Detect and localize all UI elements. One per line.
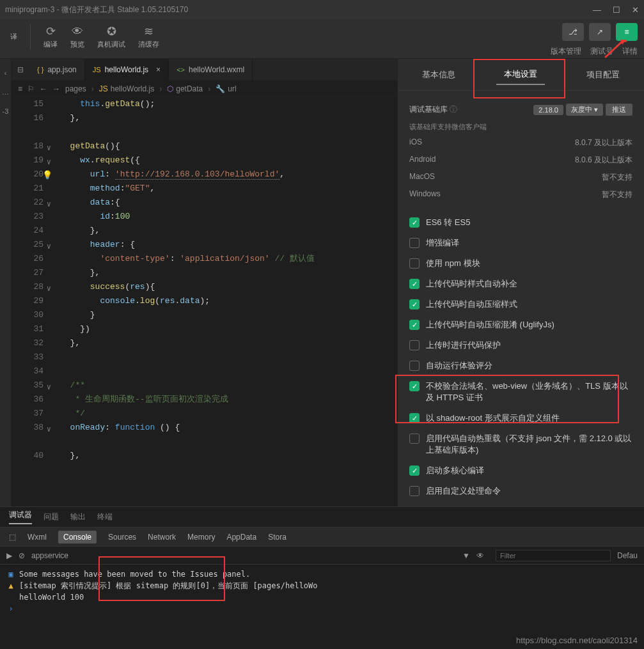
play-icon[interactable]: ▶ xyxy=(6,551,12,560)
debug-lib-version[interactable]: 2.18.0 xyxy=(533,105,563,115)
edit-dropdown[interactable]: 译 xyxy=(6,31,21,43)
debug-lib-gray[interactable]: 灰度中 ▾ xyxy=(566,104,603,116)
setting-checkbox-row[interactable]: 启用代码自动热重载（不支持 json 文件，需 2.12.0 或以上基础库版本) xyxy=(409,428,632,460)
tabs-collapse-icon[interactable]: ⊟ xyxy=(12,65,29,74)
breadcrumb-item[interactable]: JS helloWorld.js xyxy=(99,84,155,93)
storage-tab[interactable]: Stora xyxy=(268,533,287,542)
close-icon[interactable]: ✕ xyxy=(632,5,639,15)
settings-body: 调试基础库 ⓘ 2.18.0 灰度中 ▾ 推送 该基础库支持微信客户端 iOS8… xyxy=(398,91,644,506)
inspect-icon[interactable]: ⬚ xyxy=(9,533,16,542)
remote-debug-button[interactable]: ✪真机调试 xyxy=(93,23,129,51)
console-tab[interactable]: Console xyxy=(58,531,97,543)
clear-icon[interactable]: ⊘ xyxy=(19,551,25,560)
checkbox[interactable] xyxy=(409,320,420,330)
sources-tab[interactable]: Sources xyxy=(108,533,136,542)
context-select[interactable]: appservice xyxy=(31,551,68,560)
terminal-tab[interactable]: 终端 xyxy=(97,512,113,522)
checkbox[interactable] xyxy=(409,434,420,444)
details-label[interactable]: 详情 xyxy=(622,46,638,57)
appdata-tab[interactable]: AppData xyxy=(226,533,256,542)
editor-area: ⊟ { }app.json JShelloWorld.js× <>helloWo… xyxy=(12,59,398,506)
setting-checkbox-row[interactable]: 上传代码时样式自动补全 xyxy=(409,274,632,294)
setting-checkbox-row[interactable]: ES6 转 ES5 xyxy=(409,212,632,233)
checkbox[interactable] xyxy=(409,361,420,371)
setting-checkbox-row[interactable]: 自动运行体验评分 xyxy=(409,356,632,376)
checkbox[interactable] xyxy=(409,413,420,423)
breadcrumb-item[interactable]: pages xyxy=(65,84,86,93)
menu-icon[interactable]: ≡ xyxy=(18,84,22,93)
breadcrumbs: ≡ ⚐ ← → pages› JS helloWorld.js› ⬡ getDa… xyxy=(12,81,397,97)
tab-app-json[interactable]: { }app.json xyxy=(29,59,85,81)
debug-lib-push[interactable]: 推送 xyxy=(606,104,632,116)
prompt-icon: › xyxy=(6,603,15,614)
tab-project-config[interactable]: 项目配置 xyxy=(579,65,627,84)
debugger-tab[interactable]: 调试器 xyxy=(9,510,32,524)
checkbox[interactable] xyxy=(409,340,420,350)
branch-button[interactable]: ⎇ xyxy=(562,23,584,41)
dots-icon[interactable]: … xyxy=(2,88,9,96)
right-panel: 基本信息 本地设置 项目配置 调试基础库 ⓘ 2.18.0 灰度中 ▾ 推送 该… xyxy=(398,59,644,506)
breadcrumb-item[interactable]: 🔧 url xyxy=(216,84,236,93)
setting-checkbox-row[interactable]: 增强编译 xyxy=(409,233,632,253)
collapse-icon[interactable]: ‹ xyxy=(4,69,7,77)
branch-icon: ⎇ xyxy=(569,27,577,36)
checkbox[interactable] xyxy=(409,258,420,269)
checkbox[interactable] xyxy=(409,486,420,496)
setting-checkbox-row[interactable]: 上传代码时自动压缩样式 xyxy=(409,294,632,315)
tab-helloworld-js[interactable]: JShelloWorld.js× xyxy=(85,59,169,81)
checkbox-label: ES6 转 ES5 xyxy=(426,217,470,228)
refresh-icon: ⟳ xyxy=(46,24,56,38)
breadcrumb-item[interactable]: ⬡ getData xyxy=(167,84,203,93)
details-button[interactable]: ≡ xyxy=(616,23,638,41)
platform-row: iOS8.0.7 及以上版本 xyxy=(409,134,632,152)
minimize-icon[interactable]: — xyxy=(593,5,601,15)
network-tab[interactable]: Network xyxy=(148,533,176,542)
filter-input[interactable] xyxy=(496,550,611,561)
checkbox-label: 启用自定义处理命令 xyxy=(426,485,501,497)
setting-checkbox-row[interactable]: 以 shadow-root 形式展示自定义组件 xyxy=(409,408,632,428)
default-levels[interactable]: Defau xyxy=(617,551,638,560)
setting-checkbox-row[interactable]: 不校验合法域名、web-view（业务域名）、TLS 版本以及 HTTPS 证书 xyxy=(409,376,632,408)
memory-tab[interactable]: Memory xyxy=(187,533,215,542)
layers-icon: ≋ xyxy=(144,24,153,38)
checkbox[interactable] xyxy=(409,465,420,476)
external-button[interactable]: ↗ xyxy=(589,23,611,41)
code-editor[interactable]: 1516 18∨ 19∨ 20💡 21 22∨ 2324 25∨ 2627 28… xyxy=(12,97,397,506)
checkbox[interactable] xyxy=(409,381,420,391)
close-tab-icon[interactable]: × xyxy=(156,65,161,74)
setting-checkbox-row[interactable]: 启用自定义处理命令 xyxy=(409,481,632,501)
checkbox[interactable] xyxy=(409,279,420,289)
output-tab[interactable]: 输出 xyxy=(70,512,86,522)
eye-icon: 👁 xyxy=(72,25,83,38)
setting-checkbox-row[interactable]: 启动多核心编译 xyxy=(409,460,632,481)
tab-basic-info[interactable]: 基本信息 xyxy=(414,65,463,84)
forward-icon[interactable]: → xyxy=(52,84,60,93)
tab-local-settings[interactable]: 本地设置 xyxy=(496,65,545,85)
checkbox-label: 自动运行体验评分 xyxy=(426,360,492,371)
problems-tab[interactable]: 问题 xyxy=(43,512,59,522)
info-icon: ▣ xyxy=(6,568,15,580)
checkbox[interactable] xyxy=(409,238,420,248)
bookmark-icon[interactable]: ⚐ xyxy=(27,84,35,93)
clear-cache-button[interactable]: ≋清缓存 xyxy=(134,23,163,51)
compile-button[interactable]: ⟳编译 xyxy=(40,23,61,51)
tab-helloworld-wxml[interactable]: <>helloWorld.wxml xyxy=(169,59,253,81)
window-title: miniprogram-3 - 微信开发者工具 Stable 1.05.2105… xyxy=(5,4,593,15)
project-item[interactable]: -3 xyxy=(3,107,9,115)
wxml-tab[interactable]: Wxml xyxy=(27,533,47,542)
checkbox[interactable] xyxy=(409,217,420,228)
maximize-icon[interactable]: ☐ xyxy=(613,5,620,15)
checkbox-label: 以 shadow-root 形式展示自定义组件 xyxy=(426,412,560,424)
rightpanel-tabs: 基本信息 本地设置 项目配置 xyxy=(398,59,644,91)
setting-checkbox-row[interactable]: 使用 npm 模块 xyxy=(409,253,632,274)
setting-checkbox-row[interactable]: 上传时进行代码保护 xyxy=(409,335,632,356)
setting-checkbox-row[interactable]: 上传代码时自动压缩混淆 (UglifyJs) xyxy=(409,315,632,335)
back-icon[interactable]: ← xyxy=(40,84,47,93)
eye-icon[interactable]: 👁 xyxy=(476,551,484,560)
checkbox[interactable] xyxy=(409,299,420,309)
preview-button[interactable]: 👁预览 xyxy=(67,24,88,51)
checkbox-label: 上传代码时自动压缩样式 xyxy=(426,299,517,310)
version-manage-label[interactable]: 版本管理 xyxy=(551,46,581,57)
test-account-label[interactable]: 测试号 xyxy=(590,46,613,57)
checkbox-label: 使用 npm 模块 xyxy=(426,258,480,269)
